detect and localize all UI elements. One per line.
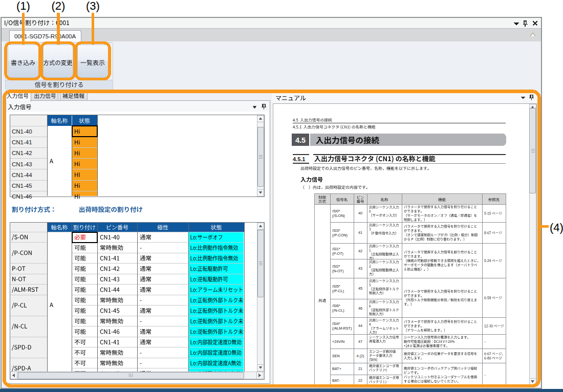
svg-text:40: 40 [358,211,362,215]
svg-text:44: 44 [358,323,362,328]
svg-text:42: 42 [358,249,362,253]
svg-text:21: 21 [358,366,362,371]
svg-text:4.5.1: 4.5.1 [293,156,305,162]
svg-text:+24VIN: +24VIN [332,339,344,344]
svg-text:CN1-46: CN1-46 [12,193,32,200]
svg-text:CN1-40: CN1-40 [12,128,32,135]
svg-text:22: 22 [358,378,362,383]
svg-text:4.5: 4.5 [295,136,306,144]
svg-text:41: 41 [358,230,362,235]
svg-text:CN1-45: CN1-45 [12,183,32,189]
svg-text:(/S-ON): (/S-ON) [332,213,345,218]
svg-text:BAT+: BAT+ [332,366,341,371]
svg-text:(/P-CON): (/P-CON) [332,233,348,237]
svg-text:(/ALM-RST): (/ALM-RST) [332,326,352,331]
svg-text:(2): (2) [52,0,66,12]
svg-text:(3): (3) [86,0,100,12]
svg-text:CN1-42: CN1-42 [12,150,32,156]
svg-text:BAT-: BAT- [332,378,340,383]
svg-text:SEN: SEN [332,354,340,358]
svg-text:4 (2): 4 (2) [357,354,364,358]
svg-text:45: 45 [358,286,362,291]
svg-text:(/P-CL): (/P-CL) [332,289,344,293]
svg-text:(/N-CL): (/N-CL) [332,308,344,313]
svg-text:(1): (1) [16,0,30,12]
svg-text:43: 43 [358,266,362,271]
svg-text:CN1-43: CN1-43 [12,161,32,167]
svg-text:CN1-41: CN1-41 [12,139,32,145]
svg-text:(P-OT): (P-OT) [332,251,343,256]
svg-text:47: 47 [358,339,362,344]
svg-text:(N-OT): (N-OT) [332,269,343,273]
svg-text:(4): (4) [550,221,563,234]
svg-text:CN1-44: CN1-44 [12,172,32,178]
svg-text:46: 46 [358,306,362,311]
